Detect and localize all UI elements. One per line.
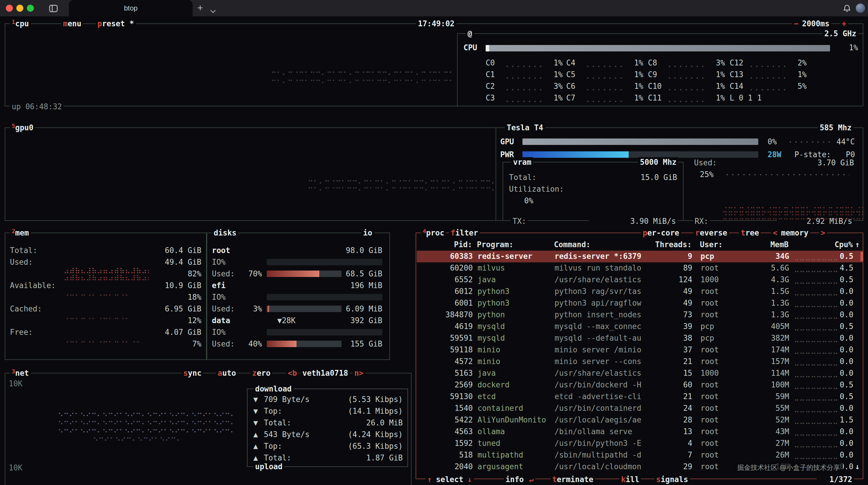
process-row[interactable]: 60383redis-serverredis-server *:63799pcp… [417,251,863,262]
process-row[interactable]: 4563ollama/bin/ollama serve13root43M⣀⣀⣀⣀… [417,426,863,438]
header-cpu[interactable]: Cpu% [799,239,853,251]
process-cpu: 0.0 [802,333,854,344]
kill-button[interactable]: kill [619,475,641,484]
signals-button[interactable]: signals [654,475,690,484]
disk-io-label: IO% [212,292,226,303]
network-box: 3net sync auto zero <b veth1a0718 n> 10K… [5,373,411,485]
preset-button[interactable]: preset * [96,19,136,29]
process-threads: 9 [627,251,692,262]
process-pid: 5422 [427,414,473,426]
process-row[interactable]: 60200milvusmilvus run standalo89root5.6G… [417,262,863,274]
process-mem: 27M [744,438,789,449]
user-avatar[interactable] [856,3,865,13]
net-sync-toggle[interactable]: sync [182,368,204,378]
process-row[interactable]: 384870pythonpython insert_nodes73root1.3… [417,309,863,321]
sort-prev-button[interactable]: < [771,228,779,238]
net-zero-toggle[interactable]: zero [250,368,272,378]
process-row[interactable]: 1540containerd/usr/bin/containerd24root5… [417,403,863,414]
net-interface-next-button[interactable]: n> [352,368,365,378]
header-pid[interactable]: Pid: [427,239,472,251]
process-command: /bin/ollama serve [555,426,632,438]
process-row[interactable]: 6001python3python3 api/ragflow49root1.3G… [417,297,863,309]
cpu-core-pct: 5% [730,81,807,92]
new-tab-button[interactable]: + [197,0,203,17]
process-threads: 89 [627,262,692,274]
filter-button[interactable]: filter [449,228,480,238]
net-interface-name[interactable]: veth1a0718 [301,368,350,378]
process-row[interactable]: 59118miniominio server /minio37root174M⣀… [417,344,863,356]
reverse-toggle[interactable]: reverse [693,228,729,238]
info-button[interactable]: info↵ [504,475,535,484]
tab-overview-chevron-icon[interactable] [210,6,216,15]
cpu-core-pct: 2% [730,57,807,69]
cpu-core-pct: 1% [566,92,643,104]
sidebar-toggle-icon[interactable] [49,5,58,14]
mem-row-value: 60.4 GiB [93,245,202,257]
process-row[interactable]: 59130etcdetcd -advertise-cli21root59M⣀⣀⣀… [417,391,863,403]
net-interface-prev-button[interactable]: <b [286,368,299,378]
window-zoom-button[interactable] [27,5,34,12]
process-program: milvus [477,262,505,274]
process-mem: 55M [744,403,789,414]
disks-io-toggle[interactable]: io [361,228,374,238]
gpu-usage-meter [522,139,758,145]
process-mem: 405M [744,321,789,333]
window-minimize-button[interactable] [17,5,23,12]
header-mem[interactable]: MemB [743,239,788,251]
process-row[interactable]: 5163java/usr/share/elastics151000114M⣀⣀⣀… [417,368,863,379]
process-threads: 73 [627,309,692,321]
vram-utilization-pct: 0% [524,195,533,207]
process-cpu: 0.0 [802,309,854,321]
header-command[interactable]: Command: [554,239,590,251]
process-pid: 60200 [427,262,473,274]
activity-graph: ⠒⠂⠄⠒⠐⠒⠂⠒⠒⠄⠒⠂⠒⠂⠄⠒⠐⠒⠂⠒⠒⠄⠒⠂⠒⠂⠄⠒⠐⠒⠂⠒⠒⠄⠒⠂⠒⠂⠄⠒ [308,184,494,193]
process-row[interactable]: 5422AliYunDunMonito/usr/local/aegis/ae28… [417,414,863,426]
net-auto-toggle[interactable]: auto [216,368,238,378]
process-user: root [701,262,719,274]
gpu-usage-pct: 0% [768,136,777,148]
window-close-button[interactable] [6,5,13,12]
header-user[interactable]: User: [700,239,723,251]
menu-button[interactable]: menu [61,19,83,29]
header-program[interactable]: Program: [477,239,514,251]
process-row[interactable]: 59591mysqldmysqld --default-au38pcp382M⣀… [417,333,863,344]
selected-row-marker [860,252,863,261]
process-cpu: 0.0 [802,344,854,356]
cpu-core-pct: 1% [486,69,563,81]
process-pid: 6552 [427,274,473,286]
process-row[interactable]: 6552java/usr/share/elastics12410004.3G⣀⣀… [417,274,863,286]
disk-used-pct: 70% [235,268,262,280]
header-threads[interactable]: Threads: [626,239,692,251]
process-row[interactable]: 518multipathd/sbin/multipathd -d7root26M… [417,449,863,461]
tab-btop[interactable]: btop [69,0,193,17]
activity-graph: ⠢⠒⠔⠂⠢⠔⠒⠄⠢⠒⠔⠂⠢⠔⠒⠄⠢⠒⠔ [93,434,180,444]
process-mem: 34G [744,251,789,262]
memory-box: 2mem Total:60.4 GiBUsed:49.4 GiB82%Avail… [5,233,207,360]
cpu-core-pct: 1% [566,81,643,92]
update-interval-decrease-button[interactable]: − [792,19,800,29]
tree-toggle[interactable]: tree [739,228,761,238]
select-hint[interactable]: ↑select↓ [426,475,474,484]
process-user: root [701,356,719,368]
sort-field-label[interactable]: memory [779,228,810,238]
update-interval-increase-button[interactable]: + [840,19,848,29]
process-row[interactable]: 4572miniominio server --cons21root157M⣀⣀… [417,356,863,368]
disk-size: 196 MiB [295,280,382,292]
process-pid: 518 [427,449,473,461]
per-core-toggle[interactable]: per-core [641,228,681,238]
process-row[interactable]: 4619mysqldmysqld --max_connec39pcp405M⣀⣀… [417,321,863,333]
cpu-core-pct: 1% [648,81,725,92]
terminate-button[interactable]: terminate [551,475,595,484]
process-row[interactable]: 2569dockerd/usr/bin/dockerd -H60root100M… [417,379,863,391]
process-cpu: 0.5 [802,251,854,262]
net-rate-value: (14.1 Mibps) [307,405,403,417]
process-pid: 1540 [427,403,473,414]
process-row[interactable]: 1592tuned/usr/bin/python3 -E4root27M⣀⣀⣀⣀… [417,438,863,449]
sort-next-button[interactable]: > [819,228,827,238]
activity-graph: ⣠⣴⣦⣄⣰⣦⣠⣤⣠⣴⣦⣄⣰⣦⣠⣤⣠⣴ [64,272,149,281]
notification-bell-icon[interactable] [843,4,851,15]
disks-box-title: disks [212,228,238,238]
process-cpu: 0.0 [802,426,854,438]
scroll-up-indicator[interactable]: ↑ [855,239,860,251]
process-row[interactable]: 6012python3python3 rag/svr/tas49root1.5G… [417,286,863,297]
